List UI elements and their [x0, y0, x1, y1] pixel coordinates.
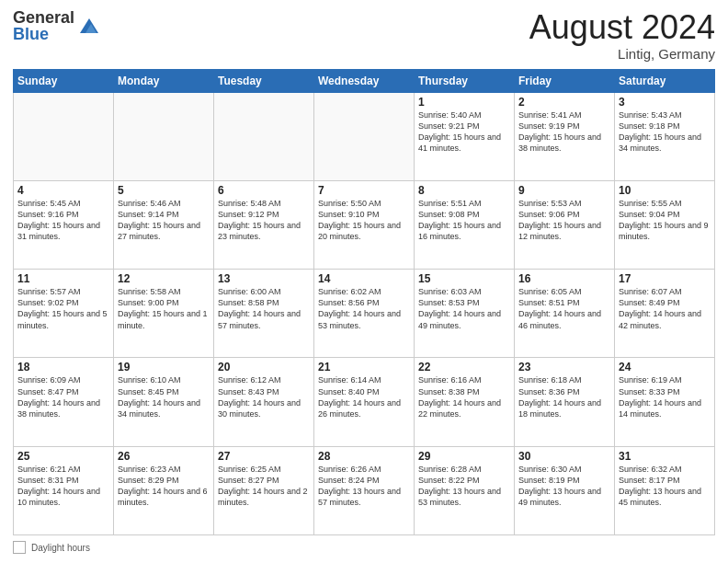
day-number: 9	[518, 184, 610, 197]
col-header-friday: Friday	[515, 69, 615, 92]
logo-general: General	[13, 9, 74, 26]
day-info: Sunrise: 5:57 AM Sunset: 9:02 PM Dayligh…	[17, 286, 109, 331]
day-cell: 5Sunrise: 5:46 AM Sunset: 9:14 PM Daylig…	[114, 180, 214, 269]
day-cell: 2Sunrise: 5:41 AM Sunset: 9:19 PM Daylig…	[515, 92, 615, 180]
day-info: Sunrise: 6:26 AM Sunset: 8:24 PM Dayligh…	[318, 464, 410, 509]
day-number: 12	[118, 272, 210, 285]
day-number: 18	[17, 361, 109, 373]
day-info: Sunrise: 5:40 AM Sunset: 9:21 PM Dayligh…	[418, 109, 510, 155]
day-cell	[214, 92, 314, 180]
footer: Daylight hours	[13, 541, 715, 554]
day-cell: 6Sunrise: 5:48 AM Sunset: 9:12 PM Daylig…	[214, 180, 314, 269]
calendar-table: SundayMondayTuesdayWednesdayThursdayFrid…	[13, 69, 715, 535]
day-info: Sunrise: 6:16 AM Sunset: 8:38 PM Dayligh…	[418, 374, 510, 419]
week-row-4: 18Sunrise: 6:09 AM Sunset: 8:47 PM Dayli…	[14, 358, 715, 446]
day-info: Sunrise: 6:32 AM Sunset: 8:17 PM Dayligh…	[619, 464, 711, 509]
day-cell: 31Sunrise: 6:32 AM Sunset: 8:17 PM Dayli…	[615, 446, 715, 534]
day-number: 19	[118, 361, 210, 373]
week-row-2: 4Sunrise: 5:45 AM Sunset: 9:16 PM Daylig…	[14, 180, 715, 269]
month-title: August 2024	[529, 9, 715, 46]
day-info: Sunrise: 6:18 AM Sunset: 8:36 PM Dayligh…	[518, 374, 610, 419]
day-cell: 17Sunrise: 6:07 AM Sunset: 8:49 PM Dayli…	[615, 270, 715, 358]
page: General Blue August 2024 Lintig, Germany…	[0, 0, 728, 563]
day-number: 4	[17, 184, 109, 197]
day-cell: 15Sunrise: 6:03 AM Sunset: 8:53 PM Dayli…	[415, 270, 515, 358]
week-row-3: 11Sunrise: 5:57 AM Sunset: 9:02 PM Dayli…	[14, 270, 715, 358]
day-number: 20	[218, 361, 310, 373]
day-info: Sunrise: 6:05 AM Sunset: 8:51 PM Dayligh…	[518, 286, 610, 331]
day-cell: 7Sunrise: 5:50 AM Sunset: 9:10 PM Daylig…	[314, 180, 415, 269]
logo-icon	[78, 15, 100, 37]
logo: General Blue	[13, 9, 100, 42]
day-cell: 25Sunrise: 6:21 AM Sunset: 8:31 PM Dayli…	[14, 446, 114, 534]
day-info: Sunrise: 5:55 AM Sunset: 9:04 PM Dayligh…	[619, 198, 711, 243]
day-cell: 20Sunrise: 6:12 AM Sunset: 8:43 PM Dayli…	[214, 358, 314, 446]
daylight-box	[13, 541, 26, 554]
day-cell	[314, 92, 415, 180]
day-info: Sunrise: 6:14 AM Sunset: 8:40 PM Dayligh…	[318, 374, 410, 419]
day-cell: 11Sunrise: 5:57 AM Sunset: 9:02 PM Dayli…	[14, 270, 114, 358]
day-info: Sunrise: 5:58 AM Sunset: 9:00 PM Dayligh…	[118, 286, 210, 331]
week-row-1: 1Sunrise: 5:40 AM Sunset: 9:21 PM Daylig…	[14, 92, 715, 180]
day-cell: 10Sunrise: 5:55 AM Sunset: 9:04 PM Dayli…	[615, 180, 715, 269]
day-number: 26	[118, 450, 210, 463]
day-info: Sunrise: 6:12 AM Sunset: 8:43 PM Dayligh…	[218, 374, 310, 419]
day-cell: 23Sunrise: 6:18 AM Sunset: 8:36 PM Dayli…	[515, 358, 615, 446]
day-number: 2	[518, 96, 610, 109]
day-cell: 4Sunrise: 5:45 AM Sunset: 9:16 PM Daylig…	[14, 180, 114, 269]
day-info: Sunrise: 5:50 AM Sunset: 9:10 PM Dayligh…	[318, 198, 410, 243]
week-row-5: 25Sunrise: 6:21 AM Sunset: 8:31 PM Dayli…	[14, 446, 715, 534]
col-header-wednesday: Wednesday	[314, 69, 415, 92]
day-info: Sunrise: 6:03 AM Sunset: 8:53 PM Dayligh…	[418, 286, 510, 331]
day-info: Sunrise: 6:09 AM Sunset: 8:47 PM Dayligh…	[17, 374, 109, 419]
day-cell: 18Sunrise: 6:09 AM Sunset: 8:47 PM Dayli…	[14, 358, 114, 446]
day-info: Sunrise: 6:02 AM Sunset: 8:56 PM Dayligh…	[318, 286, 410, 331]
col-header-saturday: Saturday	[615, 69, 715, 92]
day-number: 13	[218, 272, 310, 285]
day-number: 10	[619, 184, 711, 197]
day-info: Sunrise: 6:19 AM Sunset: 8:33 PM Dayligh…	[619, 374, 711, 419]
day-number: 6	[218, 184, 310, 197]
day-cell: 30Sunrise: 6:30 AM Sunset: 8:19 PM Dayli…	[515, 446, 615, 534]
day-info: Sunrise: 6:10 AM Sunset: 8:45 PM Dayligh…	[118, 374, 210, 419]
day-cell	[14, 92, 114, 180]
day-number: 16	[518, 272, 610, 285]
day-number: 8	[418, 184, 510, 197]
location: Lintig, Germany	[529, 46, 715, 62]
day-cell: 1Sunrise: 5:40 AM Sunset: 9:21 PM Daylig…	[415, 92, 515, 180]
day-number: 11	[17, 272, 109, 285]
logo-text: General Blue	[13, 9, 74, 42]
day-number: 25	[17, 450, 109, 463]
day-info: Sunrise: 5:41 AM Sunset: 9:19 PM Dayligh…	[518, 109, 610, 155]
col-header-thursday: Thursday	[415, 69, 515, 92]
day-info: Sunrise: 5:45 AM Sunset: 9:16 PM Dayligh…	[17, 198, 109, 243]
day-number: 17	[619, 272, 711, 285]
logo-blue: Blue	[13, 26, 74, 42]
day-number: 22	[418, 361, 510, 373]
title-block: August 2024 Lintig, Germany	[529, 9, 715, 62]
day-info: Sunrise: 5:43 AM Sunset: 9:18 PM Dayligh…	[619, 109, 711, 155]
day-cell	[114, 92, 214, 180]
day-info: Sunrise: 5:48 AM Sunset: 9:12 PM Dayligh…	[218, 198, 310, 243]
day-cell: 13Sunrise: 6:00 AM Sunset: 8:58 PM Dayli…	[214, 270, 314, 358]
day-number: 30	[518, 450, 610, 463]
header-row: SundayMondayTuesdayWednesdayThursdayFrid…	[14, 69, 715, 92]
day-info: Sunrise: 6:07 AM Sunset: 8:49 PM Dayligh…	[619, 286, 711, 331]
day-cell: 16Sunrise: 6:05 AM Sunset: 8:51 PM Dayli…	[515, 270, 615, 358]
day-number: 29	[418, 450, 510, 463]
day-number: 21	[318, 361, 410, 373]
day-info: Sunrise: 5:46 AM Sunset: 9:14 PM Dayligh…	[118, 198, 210, 243]
day-info: Sunrise: 6:30 AM Sunset: 8:19 PM Dayligh…	[518, 464, 610, 509]
col-header-tuesday: Tuesday	[214, 69, 314, 92]
col-header-monday: Monday	[114, 69, 214, 92]
day-number: 14	[318, 272, 410, 285]
day-number: 5	[118, 184, 210, 197]
day-number: 1	[418, 96, 510, 109]
footer-label: Daylight hours	[31, 543, 90, 553]
day-cell: 8Sunrise: 5:51 AM Sunset: 9:08 PM Daylig…	[415, 180, 515, 269]
header: General Blue August 2024 Lintig, Germany	[13, 9, 715, 62]
day-info: Sunrise: 5:51 AM Sunset: 9:08 PM Dayligh…	[418, 198, 510, 243]
day-cell: 28Sunrise: 6:26 AM Sunset: 8:24 PM Dayli…	[314, 446, 415, 534]
day-number: 7	[318, 184, 410, 197]
day-number: 15	[418, 272, 510, 285]
